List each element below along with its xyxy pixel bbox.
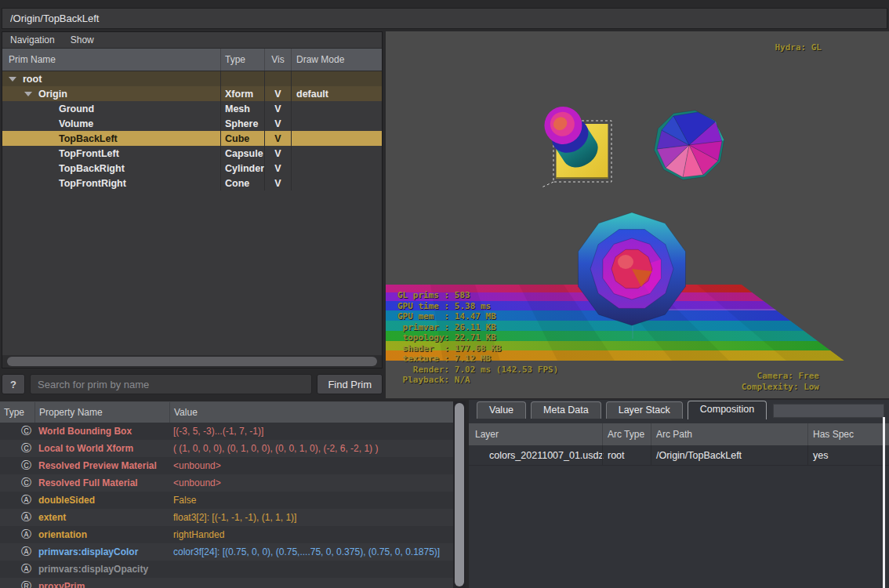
vis-toggle[interactable]: V [264,146,291,161]
prim-label: Origin [38,89,67,100]
tree-empty-area [2,191,382,355]
inspector-vertical-scrollbar[interactable] [883,417,885,588]
property-row[interactable]: Ⓐ orientation rightHanded [0,526,453,543]
property-header-value[interactable]: Value [169,402,453,423]
property-panel: Type Property Name Value Ⓒ World Boundin… [0,401,453,588]
tree-row-root[interactable]: root [2,71,382,86]
tree-header-draw-mode[interactable]: Draw Mode [291,49,382,71]
property-header: Type Property Name Value [0,402,453,423]
property-row[interactable]: Ⓐ primvars:displayColor color3f[24]: [(0… [0,543,453,561]
expander-icon[interactable] [24,92,32,96]
hud-camera-label: Camera: Free [757,371,819,382]
computed-icon: Ⓒ [0,459,34,473]
prim-label: Volume [59,118,93,129]
hud-complexity-label: Complexity: Low [742,382,819,393]
composition-header-has-spec[interactable]: Has Spec [807,423,878,445]
tree-row-topbackright[interactable]: TopBackRight Cylinder V [2,161,382,176]
tab-bar-filler [773,404,884,418]
tree-row-topfrontright[interactable]: TopFrontRight Cone V [2,176,382,191]
prim-label: TopFrontRight [59,178,126,189]
search-input[interactable] [30,374,312,394]
stage-viewport[interactable]: Hydra: GL GL prims : 583 GPU time : 5.38… [386,31,889,398]
tree-menubar: Navigation Show [2,32,382,49]
inspector-tabs: Value Meta Data Layer Stack Composition [469,400,889,419]
prim-label: root [23,74,42,85]
volume-sphere [579,212,686,325]
prim-label: TopBackLeft [59,133,118,144]
tab-composition[interactable]: Composition [688,401,767,419]
hud-stats: GL prims : 583 GPU time : 5.38 ms GPU me… [397,290,558,386]
attribute-icon: Ⓐ [0,510,34,524]
property-header-type[interactable]: Type [0,407,34,418]
scrollbar-thumb[interactable] [455,403,464,586]
property-row[interactable]: Ⓒ Local to World Xform ( (1, 0, 0, 0), (… [0,440,453,457]
property-row[interactable]: Ⓐ doubleSided False [0,492,453,509]
tab-value[interactable]: Value [477,401,526,419]
prim-label: TopBackRight [59,163,125,174]
attribute-icon: Ⓐ [0,562,34,576]
prim-path-input[interactable] [2,8,887,29]
computed-icon: Ⓒ [0,441,34,456]
property-row[interactable]: Ⓒ Resolved Full Material <unbound> [0,474,453,492]
vis-toggle[interactable]: V [264,161,291,176]
computed-icon: Ⓒ [0,476,34,490]
tree-row-volume[interactable]: Volume Sphere V [2,116,382,131]
vis-toggle[interactable]: V [264,176,291,191]
vis-toggle[interactable]: V [264,131,291,146]
property-row[interactable]: Ⓒ World Bounding Box [(-3, 5, -3)...(-1,… [0,423,453,440]
property-row[interactable]: Ⓒ Resolved Preview Material <unbound> [0,457,453,474]
composition-header-layer[interactable]: Layer [469,429,602,440]
composition-header: Layer Arc Type Arc Path Has Spec [469,423,889,445]
prim-tree-panel: Navigation Show Prim Name Type Vis Draw … [2,31,383,368]
tab-meta-data[interactable]: Meta Data [531,401,601,419]
expander-icon[interactable] [9,77,16,82]
usdview-window: { "theme":{"gold":"#c3a251","salmon":"#d… [0,0,889,588]
attribute-icon: Ⓐ [0,493,34,507]
tab-layer-stack[interactable]: Layer Stack [606,401,683,419]
tree-horizontal-scrollbar[interactable] [2,355,382,368]
menu-show[interactable]: Show [71,34,94,45]
property-row[interactable]: Ⓐ primvars:displayOpacity [0,561,453,578]
prim-label: Ground [59,103,94,114]
composition-header-arc-path[interactable]: Arc Path [651,423,807,445]
help-button[interactable]: ? [2,374,25,394]
prim-search-bar: ? Find Prim [2,373,383,395]
tree-row-origin[interactable]: Origin Xform V default [2,86,382,101]
vis-toggle[interactable]: V [264,86,291,101]
property-row[interactable]: Ⓐ extent float3[2]: [(-1, -1, -1), (1, 1… [0,509,453,526]
vis-toggle[interactable]: V [264,101,291,116]
prim-label: TopFrontLeft [59,148,119,159]
tree-row-topbackleft[interactable]: TopBackLeft Cube V [2,131,382,146]
tree-header-vis[interactable]: Vis [264,49,291,71]
tree-header-type[interactable]: Type [220,49,264,71]
scrollbar-thumb[interactable] [7,357,377,366]
tree-row-topfrontleft[interactable]: TopFrontLeft Capsule V [2,146,382,161]
find-prim-button[interactable]: Find Prim [317,374,383,394]
composition-header-arc-type[interactable]: Arc Type [602,423,651,445]
tree-header: Prim Name Type Vis Draw Mode [2,49,382,71]
property-row[interactable]: Ⓡ proxyPrim [0,578,453,588]
tree-header-prim-name[interactable]: Prim Name [2,54,220,65]
hud-renderer-label: Hydra: GL [775,42,822,53]
cylinder-prim [654,111,724,180]
attribute-icon: Ⓐ [0,528,34,542]
attribute-icon: Ⓐ [0,545,34,559]
composition-row[interactable]: colors_20211007_01.usdz root /Origin/Top… [469,445,889,466]
inspector-panel: Value Meta Data Layer Stack Composition … [469,400,889,588]
property-vertical-scrollbar[interactable] [453,401,466,588]
relationship-icon: Ⓡ [0,579,34,588]
tree-row-ground[interactable]: Ground Mesh V [2,101,382,116]
menu-navigation[interactable]: Navigation [10,34,55,45]
property-header-name[interactable]: Property Name [34,402,169,423]
computed-icon: Ⓒ [0,424,34,438]
vis-toggle[interactable]: V [264,116,291,131]
